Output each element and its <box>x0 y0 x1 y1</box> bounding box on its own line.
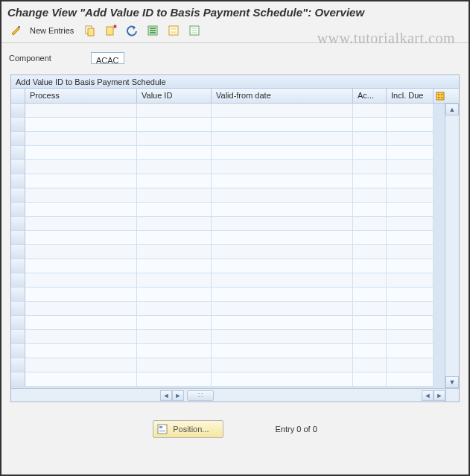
row-selector[interactable] <box>11 273 25 288</box>
cell-ac[interactable] <box>353 188 387 203</box>
cell-valid-from[interactable] <box>212 316 353 330</box>
cell-ac[interactable] <box>353 302 387 316</box>
delete-button[interactable] <box>102 23 120 38</box>
cell-valid-from[interactable] <box>212 302 353 316</box>
cell-valid-from[interactable] <box>212 118 353 132</box>
row-selector[interactable] <box>11 104 25 118</box>
row-selector[interactable] <box>11 330 25 344</box>
cell-valid-from[interactable] <box>212 174 353 188</box>
cell-valid-from[interactable] <box>212 231 353 245</box>
cell-valid-from[interactable] <box>212 104 353 118</box>
row-selector[interactable] <box>11 245 25 259</box>
cell-process[interactable] <box>25 203 137 217</box>
cell-incl-due[interactable] <box>387 174 434 188</box>
cell-incl-due[interactable] <box>387 372 434 387</box>
undo-change-button[interactable] <box>123 23 141 38</box>
cell-incl-due[interactable] <box>387 160 434 174</box>
cell-process[interactable] <box>25 302 137 316</box>
row-selector[interactable] <box>11 358 25 372</box>
col-valid-from[interactable]: Valid-from date <box>212 89 353 103</box>
cell-value-id[interactable] <box>137 104 212 118</box>
cell-valid-from[interactable] <box>212 358 353 372</box>
cell-process[interactable] <box>25 259 137 273</box>
vertical-scrollbar[interactable]: ▲ ▼ <box>445 104 459 388</box>
cell-value-id[interactable] <box>137 288 212 302</box>
cell-value-id[interactable] <box>137 231 212 245</box>
row-selector[interactable] <box>11 231 25 245</box>
component-field[interactable]: ACAC <box>91 52 124 64</box>
cell-process[interactable] <box>25 288 137 302</box>
row-selector[interactable] <box>11 188 25 203</box>
cell-incl-due[interactable] <box>387 146 434 160</box>
cell-valid-from[interactable] <box>212 203 353 217</box>
scroll-right-end-icon[interactable]: ► <box>434 390 445 401</box>
position-button[interactable]: Position... <box>153 420 223 438</box>
copy-as-button[interactable] <box>81 23 99 38</box>
row-selector[interactable] <box>11 302 25 316</box>
cell-incl-due[interactable] <box>387 104 434 118</box>
cell-value-id[interactable] <box>137 273 212 288</box>
cell-incl-due[interactable] <box>387 245 434 259</box>
cell-incl-due[interactable] <box>387 188 434 203</box>
cell-ac[interactable] <box>353 118 387 132</box>
scroll-left-end-icon[interactable]: ◄ <box>422 390 434 401</box>
table-settings-button[interactable] <box>434 89 447 103</box>
row-selector[interactable] <box>11 217 25 231</box>
cell-ac[interactable] <box>353 245 387 259</box>
cell-value-id[interactable] <box>137 344 212 358</box>
cell-value-id[interactable] <box>137 259 212 273</box>
cell-valid-from[interactable] <box>212 217 353 231</box>
row-selector[interactable] <box>11 316 25 330</box>
scroll-up-icon[interactable]: ▲ <box>445 104 459 115</box>
cell-process[interactable] <box>25 118 137 132</box>
row-selector[interactable] <box>11 288 25 302</box>
cell-incl-due[interactable] <box>387 302 434 316</box>
cell-ac[interactable] <box>353 203 387 217</box>
cell-ac[interactable] <box>353 146 387 160</box>
cell-ac[interactable] <box>353 330 387 344</box>
cell-process[interactable] <box>25 217 137 231</box>
cell-value-id[interactable] <box>137 358 212 372</box>
cell-incl-due[interactable] <box>387 316 434 330</box>
col-value-id[interactable]: Value ID <box>137 89 212 103</box>
row-selector[interactable] <box>11 146 25 160</box>
cell-ac[interactable] <box>353 316 387 330</box>
cell-value-id[interactable] <box>137 330 212 344</box>
cell-valid-from[interactable] <box>212 330 353 344</box>
cell-process[interactable] <box>25 273 137 288</box>
cell-process[interactable] <box>25 160 137 174</box>
scroll-right-icon[interactable]: ► <box>172 390 184 401</box>
cell-valid-from[interactable] <box>212 132 353 146</box>
cell-incl-due[interactable] <box>387 358 434 372</box>
cell-value-id[interactable] <box>137 203 212 217</box>
cell-ac[interactable] <box>353 217 387 231</box>
cell-incl-due[interactable] <box>387 273 434 288</box>
cell-ac[interactable] <box>353 273 387 288</box>
deselect-all-button[interactable] <box>185 23 203 38</box>
cell-incl-due[interactable] <box>387 288 434 302</box>
cell-ac[interactable] <box>353 132 387 146</box>
cell-incl-due[interactable] <box>387 203 434 217</box>
new-entries-button[interactable]: New Entries <box>28 23 78 38</box>
scroll-down-icon[interactable]: ▼ <box>445 376 459 388</box>
row-selector[interactable] <box>11 174 25 188</box>
toggle-display-change-button[interactable] <box>7 23 25 38</box>
cell-process[interactable] <box>25 372 137 387</box>
cell-process[interactable] <box>25 188 137 203</box>
scroll-left-icon[interactable]: ◄ <box>160 390 172 401</box>
col-ac[interactable]: Ac... <box>353 89 387 103</box>
cell-process[interactable] <box>25 132 137 146</box>
cell-ac[interactable] <box>353 358 387 372</box>
cell-process[interactable] <box>25 174 137 188</box>
cell-value-id[interactable] <box>137 245 212 259</box>
cell-valid-from[interactable] <box>212 288 353 302</box>
cell-value-id[interactable] <box>137 302 212 316</box>
cell-ac[interactable] <box>353 160 387 174</box>
cell-process[interactable] <box>25 316 137 330</box>
cell-value-id[interactable] <box>137 118 212 132</box>
cell-value-id[interactable] <box>137 146 212 160</box>
cell-ac[interactable] <box>353 372 387 387</box>
cell-valid-from[interactable] <box>212 245 353 259</box>
cell-valid-from[interactable] <box>212 273 353 288</box>
row-selector-header[interactable] <box>11 89 25 103</box>
